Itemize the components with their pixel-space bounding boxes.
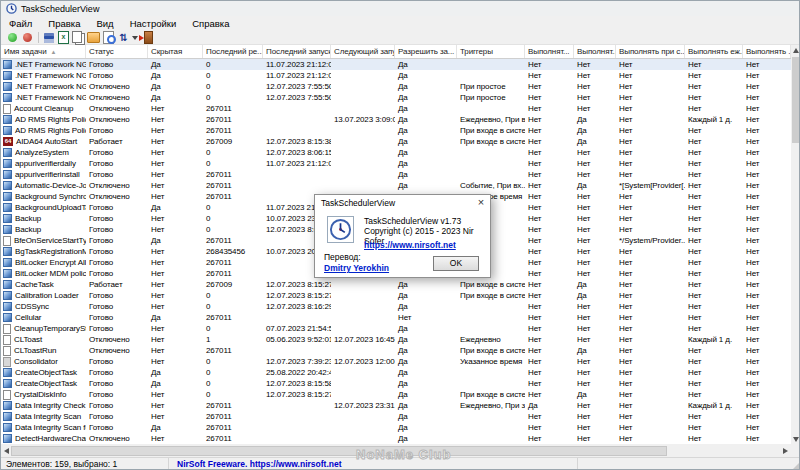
cell: Нет (148, 147, 203, 158)
column-header-4[interactable]: Последний запуск (263, 45, 331, 58)
column-header-6[interactable]: Разрешить за... (395, 45, 457, 58)
table-row[interactable]: Calibration LoaderГотовоНет012.07.2023 8… (1, 290, 791, 301)
column-header-2[interactable]: Скрытая (148, 45, 203, 58)
dropdown-caret-icon[interactable] (131, 31, 139, 44)
table-row[interactable]: .NET Framework NGE...ГотовоДа011.07.2023… (1, 59, 791, 70)
table-row[interactable]: ConsolidatorГотовоНет012.07.2023 7:39:23… (1, 356, 791, 367)
table-row[interactable]: appuriverifierdailyГотовоНет011.07.2023 … (1, 158, 791, 169)
cell: Нет (743, 158, 791, 169)
exit-icon[interactable] (139, 31, 154, 44)
nirsoft-status-link[interactable]: NirSoft Freeware. https://www.nirsoft.ne… (177, 459, 342, 469)
table-row[interactable]: DetectHardwareChangeОтключеноНет267011Да… (1, 433, 791, 444)
menu-item-Справка[interactable]: Справка (184, 16, 237, 31)
table-row[interactable]: Account CleanupОтключеноНет267011ДаНетНе… (1, 103, 791, 114)
vertical-scrollbar[interactable] (791, 45, 800, 445)
cell: Готово (86, 356, 148, 367)
status-count: Элементов: 159, выбрано: 1 (1, 458, 169, 470)
table-row[interactable]: AnalyzeSystemГотовоНет012.07.2023 8:06:1… (1, 147, 791, 158)
html-report-icon[interactable] (101, 31, 116, 44)
horizontal-scroll-thumb[interactable] (11, 446, 667, 456)
task-doc-icon (3, 390, 11, 400)
table-row[interactable]: CellularГотовоДа267011НетНетНетНетНетНет (1, 312, 791, 323)
scroll-up-icon[interactable] (793, 48, 799, 53)
column-header-12[interactable]: Выполнять ... (743, 45, 791, 58)
close-icon[interactable]: × (472, 195, 490, 210)
table-row[interactable]: CDSSyncГотовоНет012.07.2023 8:16:29ДаНет… (1, 301, 791, 312)
save-report-icon[interactable] (41, 31, 56, 44)
table-row[interactable]: AD RMS Rights Policy ...ГотовоНет267011Д… (1, 125, 791, 136)
scroll-left-icon[interactable] (4, 448, 9, 454)
column-header-0[interactable]: Имя задачи▲ (1, 45, 86, 58)
task-app-icon (3, 71, 12, 80)
export-excel-icon[interactable] (56, 31, 71, 44)
column-header-3[interactable]: Последний ре... (203, 45, 263, 58)
menu-item-Файл[interactable]: Файл (1, 16, 40, 31)
table-row[interactable]: AD RMS Rights Policy ...ОтключеноНет2670… (1, 114, 791, 125)
column-header-9[interactable]: Выполнят... (574, 45, 616, 58)
sort-icon[interactable]: ⇅ (116, 31, 131, 44)
table-row[interactable]: Data Integrity ScanГотовоНет267011ДаНетН… (1, 411, 791, 422)
cell: Да (148, 235, 203, 246)
menu-item-Настройки[interactable]: Настройки (122, 16, 185, 31)
cell (331, 92, 395, 103)
cell: Да (395, 389, 457, 400)
cell (263, 169, 331, 180)
table-row[interactable]: CrystalDiskInfoГотовоНет012.07.2023 8:15… (1, 389, 791, 400)
task-name-cell: Account Cleanup (1, 103, 86, 114)
table-row[interactable]: 64AIDA64 AutoStartРаботаетНет26700912.07… (1, 136, 791, 147)
menu-item-Вид[interactable]: Вид (88, 16, 121, 31)
column-header-1[interactable]: Статус (86, 45, 148, 58)
toolbar: ⇅ (1, 31, 800, 45)
copy-icon[interactable] (71, 31, 86, 44)
table-row[interactable]: appuriverifierinstallГотовоНет267011ДаНе… (1, 169, 791, 180)
cell: Нет (148, 433, 203, 444)
table-row[interactable]: CreateObjectTaskГотовоДа025.08.2022 20:4… (1, 367, 791, 378)
table-row[interactable]: .NET Framework NGE...ОтключеноДа012.07.2… (1, 81, 791, 92)
column-header-10[interactable]: Выполнять при с... (616, 45, 685, 58)
table-row[interactable]: CacheTaskРаботаетНет26700912.07.2023 8:1… (1, 279, 791, 290)
scroll-down-icon[interactable] (793, 437, 799, 442)
cell: 12.07.2023 8:15:27 (263, 290, 331, 301)
cell: 11.07.2023 21:12:03 (263, 59, 331, 70)
menu-item-Правка[interactable]: Правка (40, 16, 88, 31)
translator-link[interactable]: Dmitry Yerokhin (324, 263, 389, 273)
task-app-icon (3, 93, 12, 102)
scroll-right-icon[interactable] (783, 448, 788, 454)
resize-grip[interactable] (792, 462, 800, 470)
cell: При входе в систе... (457, 290, 525, 301)
cell: Нет (685, 147, 743, 158)
table-row[interactable]: Data Integrity Check ...ГотовоНет2670111… (1, 400, 791, 411)
cell: Нет (574, 378, 616, 389)
cell: Нет (616, 70, 685, 81)
table-row[interactable]: CLToastОтключеноНет105.06.2023 9:52:0112… (1, 334, 791, 345)
cell: Нет (685, 323, 743, 334)
table-row[interactable]: .NET Framework NGE...ОтключеноДа012.07.2… (1, 92, 791, 103)
cell: Нет (525, 345, 574, 356)
cell: Нет (743, 367, 791, 378)
column-header-11[interactable]: Выполнять еж... (685, 45, 743, 58)
table-row[interactable]: .NET Framework NGE...ГотовоДа011.07.2023… (1, 70, 791, 81)
cell: Да (395, 334, 457, 345)
cell: Нет (616, 301, 685, 312)
cell: Нет (685, 169, 743, 180)
table-row[interactable]: Data Integrity Scan for...ГотовоДа267011… (1, 422, 791, 433)
properties-icon[interactable] (86, 31, 101, 44)
list-header: Имя задачи▲СтатусСкрытаяПоследний ре...П… (1, 45, 791, 59)
ok-button[interactable]: OK (433, 256, 479, 271)
cell: Нет (616, 411, 685, 422)
cell: Нет (616, 312, 685, 323)
task-app-icon (3, 412, 12, 421)
column-header-7[interactable]: Триггеры (457, 45, 525, 58)
vertical-scroll-thumb[interactable] (792, 57, 800, 143)
table-row[interactable]: Automatic-Device-JoinОтключеноНет267011Д… (1, 180, 791, 191)
stop-task-icon[interactable] (20, 31, 35, 44)
nirsoft-link[interactable]: https://www.nirsoft.net (364, 240, 456, 250)
table-row[interactable]: CleanupTemporaryStateГотовоНет007.07.202… (1, 323, 791, 334)
cell: Нет (743, 323, 791, 334)
column-header-5[interactable]: Следующий запуск (331, 45, 395, 58)
run-task-icon[interactable] (5, 31, 20, 44)
dialog-title-bar[interactable]: TaskSchedulerView × (315, 195, 490, 210)
table-row[interactable]: CLToastRunОтключеноНет267011ДаПри входе … (1, 345, 791, 356)
column-header-8[interactable]: Выполнят... (525, 45, 574, 58)
table-row[interactable]: CreateObjectTaskГотовоДа012.07.2023 8:15… (1, 378, 791, 389)
